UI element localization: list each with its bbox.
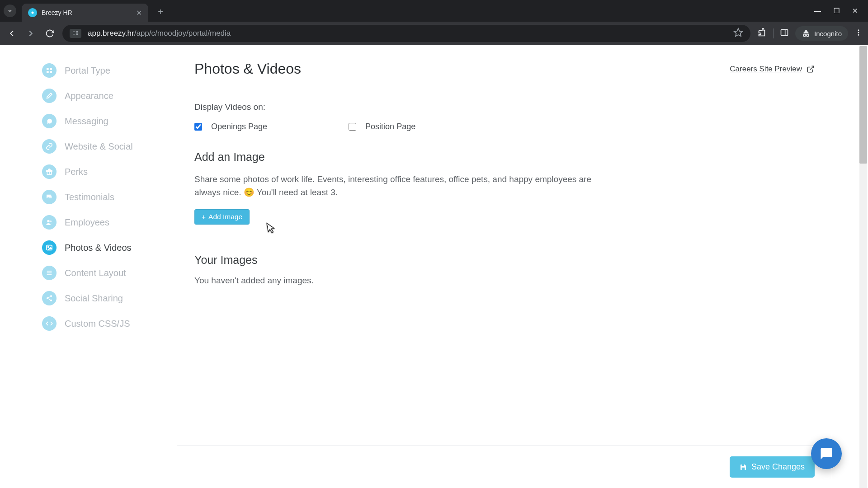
tab-title: Breezy HR	[42, 9, 132, 16]
svg-rect-34	[742, 465, 744, 466]
extensions-icon[interactable]	[757, 28, 767, 39]
sidebar-item-website-social[interactable]: Website & Social	[39, 134, 177, 159]
close-window-button[interactable]: ✕	[852, 7, 858, 15]
svg-line-32	[48, 299, 51, 300]
browser-chrome: Breezy HR ✕ + — ❐ ✕ app.breezy.hr/app/c/…	[0, 0, 868, 45]
comments-icon	[42, 190, 57, 204]
svg-rect-14	[47, 68, 49, 70]
footer-bar: Save Changes	[177, 446, 832, 488]
svg-point-21	[47, 220, 49, 222]
sidebar-item-portal-type[interactable]: Portal Type	[39, 58, 177, 83]
svg-point-13	[858, 34, 859, 36]
external-link-icon	[807, 65, 815, 73]
close-tab-button[interactable]: ✕	[136, 9, 142, 17]
svg-point-0	[32, 12, 34, 14]
svg-rect-17	[50, 71, 52, 73]
sidebar-item-label: Perks	[65, 167, 88, 177]
address-bar[interactable]: app.breezy.hr/app/c/moodjoy/portal/media	[62, 25, 750, 42]
preview-link-label: Careers Site Preview	[730, 65, 802, 74]
plus-icon: +	[202, 213, 206, 221]
svg-point-30	[50, 300, 52, 301]
share-icon	[42, 291, 57, 305]
sidebar-item-label: Testimonials	[65, 192, 114, 202]
sidebar-item-label: Photos & Videos	[65, 243, 132, 253]
svg-point-22	[50, 221, 52, 222]
scrollbar-thumb[interactable]	[859, 46, 867, 164]
svg-point-29	[47, 297, 48, 299]
forward-button[interactable]	[24, 27, 37, 40]
svg-rect-16	[47, 71, 49, 73]
svg-point-9	[807, 34, 809, 37]
careers-preview-link[interactable]: Careers Site Preview	[730, 65, 815, 74]
gift-icon	[42, 164, 57, 179]
sidebar-item-testimonials[interactable]: Testimonials	[39, 184, 177, 210]
add-image-button-label: Add Image	[208, 213, 242, 221]
sidebar-item-label: Custom CSS/JS	[65, 319, 130, 329]
vertical-scrollbar[interactable]: ▲	[859, 45, 867, 488]
your-images-heading: Your Images	[194, 253, 815, 267]
add-image-heading: Add an Image	[194, 150, 815, 164]
sidebar-item-label: Messaging	[65, 116, 108, 127]
content-header: Photos & Videos Careers Site Preview	[177, 45, 832, 91]
sidebar-item-label: Portal Type	[65, 66, 110, 76]
window-controls: — ❐ ✕	[814, 7, 864, 15]
link-icon	[42, 139, 57, 154]
display-videos-section: Display Videos on: Openings Page Positio…	[177, 91, 832, 289]
back-button[interactable]	[5, 27, 18, 40]
reload-button[interactable]	[43, 27, 56, 40]
sidebar-item-content-layout[interactable]: Content Layout	[39, 260, 177, 286]
sidebar-item-perks[interactable]: Perks	[39, 159, 177, 184]
sidebar-item-photos-videos[interactable]: Photos & Videos	[39, 235, 177, 260]
image-icon	[42, 240, 57, 255]
new-tab-button[interactable]: +	[154, 5, 167, 19]
page-viewport: Portal Type Appearance Messaging Website…	[0, 45, 868, 488]
svg-point-12	[858, 32, 859, 33]
incognito-label: Incognito	[814, 30, 842, 38]
openings-page-checkbox[interactable]: Openings Page	[194, 122, 267, 131]
sidepanel-icon[interactable]	[780, 28, 789, 39]
sidebar-item-messaging[interactable]: Messaging	[39, 108, 177, 134]
layout-icon	[42, 266, 57, 280]
save-changes-button[interactable]: Save Changes	[730, 456, 815, 478]
save-icon	[740, 464, 747, 471]
titlebar: Breezy HR ✕ + — ❐ ✕	[0, 0, 868, 22]
openings-label: Openings Page	[211, 122, 267, 131]
incognito-badge[interactable]: Incognito	[795, 26, 848, 41]
minimize-button[interactable]: —	[814, 7, 821, 15]
bookmark-icon[interactable]	[733, 28, 743, 39]
browser-tab[interactable]: Breezy HR ✕	[22, 4, 148, 22]
svg-line-33	[810, 66, 814, 70]
add-image-button[interactable]: + Add Image	[194, 209, 250, 225]
site-controls-icon[interactable]	[70, 29, 81, 38]
position-page-checkbox[interactable]: Position Page	[349, 122, 415, 131]
sidebar-item-label: Employees	[65, 217, 109, 228]
chevron-down-icon	[7, 8, 13, 14]
your-images-empty: You haven't added any images.	[194, 276, 815, 286]
svg-point-3	[76, 31, 78, 33]
sidebar-item-custom-css-js[interactable]: Custom CSS/JS	[39, 311, 177, 336]
openings-checkbox-input[interactable]	[194, 123, 202, 131]
menu-icon[interactable]	[854, 28, 863, 38]
svg-point-28	[50, 295, 52, 297]
tab-search-button[interactable]	[4, 5, 16, 17]
svg-rect-15	[50, 68, 52, 70]
page-title: Photos & Videos	[194, 61, 301, 77]
chat-fab[interactable]	[811, 438, 842, 469]
svg-point-8	[803, 34, 806, 37]
save-button-label: Save Changes	[751, 462, 805, 472]
sidebar: Portal Type Appearance Messaging Website…	[36, 45, 177, 488]
toolbar-divider	[773, 28, 774, 38]
maximize-button[interactable]: ❐	[834, 7, 840, 15]
sidebar-item-appearance[interactable]: Appearance	[39, 83, 177, 108]
svg-point-24	[48, 246, 49, 248]
brush-icon	[42, 89, 57, 103]
svg-rect-35	[742, 467, 745, 469]
svg-point-11	[858, 29, 859, 31]
chat-bubble-icon	[820, 447, 833, 460]
position-checkbox-input[interactable]	[349, 123, 356, 131]
sidebar-item-employees[interactable]: Employees	[39, 210, 177, 235]
sidebar-item-social-sharing[interactable]: Social Sharing	[39, 286, 177, 311]
add-image-description: Share some photos of work life. Events, …	[194, 173, 610, 199]
svg-rect-6	[781, 29, 788, 35]
svg-line-31	[48, 296, 51, 298]
